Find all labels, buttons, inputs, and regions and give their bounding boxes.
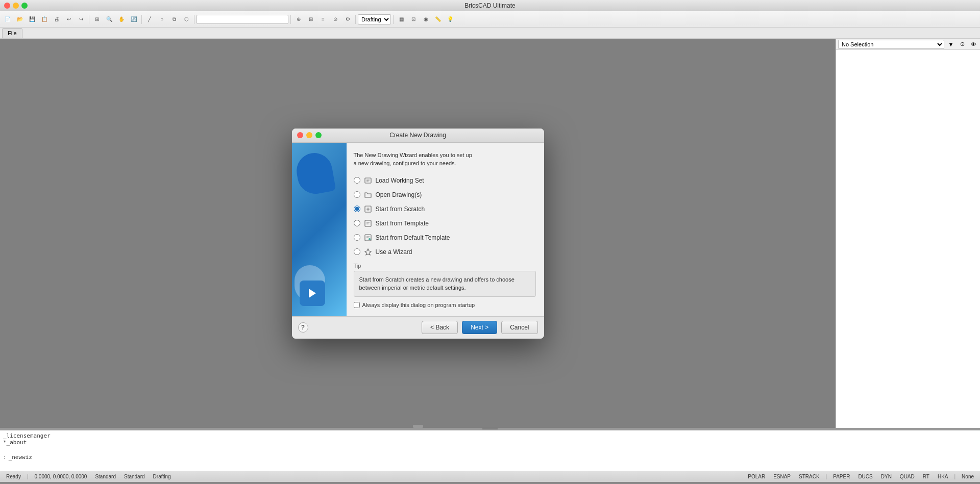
open-button[interactable]: 📂 xyxy=(14,14,26,25)
open-drawings-icon xyxy=(363,190,373,199)
radio-start-template[interactable] xyxy=(354,220,360,226)
dialog-min-button[interactable] xyxy=(306,132,312,138)
separator-2 xyxy=(141,15,142,24)
line-tool[interactable]: ╱ xyxy=(144,14,155,25)
minimize-button[interactable] xyxy=(13,3,19,9)
option-use-wizard[interactable]: Use a Wizard xyxy=(354,247,536,257)
option-start-template[interactable]: Start from Template xyxy=(354,219,536,228)
filter-button[interactable]: ▼ xyxy=(946,40,955,49)
dialog-close-button[interactable] xyxy=(297,132,303,138)
saveas-button[interactable]: 📋 xyxy=(39,14,50,25)
splitter-handle[interactable] xyxy=(413,425,423,428)
drafting-status: Drafting xyxy=(151,474,173,479)
dyn-toggle[interactable]: DYN xyxy=(879,474,894,479)
right-panel: No Selection ▼ ⊙ 👁 xyxy=(836,39,980,428)
paper-toggle[interactable]: PAPER xyxy=(831,474,852,479)
option-start-default-template[interactable]: Start from Default Template xyxy=(354,233,536,242)
option-use-wizard-label: Use a Wizard xyxy=(376,248,412,256)
ready-status: Ready xyxy=(4,474,23,479)
use-wizard-icon xyxy=(363,247,373,257)
svg-rect-6 xyxy=(365,220,371,226)
start-template-icon xyxy=(363,219,373,228)
rt-toggle[interactable]: RT xyxy=(921,474,932,479)
back-button[interactable]: < Back xyxy=(422,321,458,334)
svg-rect-0 xyxy=(365,178,371,183)
layer-btn[interactable]: ≡ xyxy=(317,14,329,25)
start-default-template-icon xyxy=(363,233,373,242)
dialog-footer-buttons: < Back Next > Cancel xyxy=(422,321,537,334)
hka-toggle[interactable]: HKA xyxy=(936,474,950,479)
eye-button[interactable]: 👁 xyxy=(969,40,978,49)
create-new-drawing-dialog: Create New Drawing xyxy=(292,129,544,339)
zoom-extents[interactable]: ⊞ xyxy=(91,14,103,25)
canvas-area[interactable]: Create New Drawing xyxy=(0,39,836,428)
separator-5 xyxy=(355,15,356,24)
right-panel-header: No Selection ▼ ⊙ 👁 xyxy=(836,39,980,50)
dialog-overlay: Create New Drawing xyxy=(0,39,836,428)
command-area: _licensemanger *_about : _newwiz xyxy=(0,430,980,471)
layout-btn[interactable]: ▦ xyxy=(396,14,407,25)
light-btn[interactable]: 💡 xyxy=(445,14,456,25)
copy-tool[interactable]: ⧉ xyxy=(168,14,180,25)
standard-1: Standard xyxy=(93,474,118,479)
option-start-scratch[interactable]: Start from Scratch xyxy=(354,205,536,214)
zoom-window[interactable]: 🔍 xyxy=(104,14,115,25)
separator-3 xyxy=(194,15,194,24)
separator-4 xyxy=(290,15,291,24)
always-display-checkbox[interactable] xyxy=(354,302,360,308)
radio-use-wizard[interactable] xyxy=(354,248,360,255)
tab-bar: File xyxy=(0,28,980,39)
render-btn[interactable]: ◉ xyxy=(420,14,431,25)
load-working-set-icon xyxy=(363,176,373,185)
ducs-toggle[interactable]: DUCS xyxy=(856,474,874,479)
mirror-tool[interactable]: ⬡ xyxy=(181,14,192,25)
next-button[interactable]: Next > xyxy=(462,321,497,334)
print-button[interactable]: 🖨 xyxy=(51,14,62,25)
measure-btn[interactable]: 📏 xyxy=(432,14,444,25)
close-button[interactable] xyxy=(4,3,10,9)
app-title: BricsCAD Ultimate xyxy=(464,2,515,9)
help-button[interactable]: ? xyxy=(298,322,308,333)
undo-button[interactable]: ↩ xyxy=(63,14,75,25)
polar-toggle[interactable]: POLAR xyxy=(746,474,767,479)
radio-open-drawings[interactable] xyxy=(354,191,360,198)
svg-marker-11 xyxy=(365,249,371,255)
command-search[interactable] xyxy=(197,15,288,24)
grid-toggle[interactable]: ⊞ xyxy=(305,14,316,25)
save-button[interactable]: 💾 xyxy=(27,14,38,25)
cancel-button[interactable]: Cancel xyxy=(501,321,537,334)
radio-start-default-template[interactable] xyxy=(354,234,360,241)
tip-section: Tip Start from Scratch creates a new dra… xyxy=(354,263,536,297)
strack-toggle[interactable]: STRACK xyxy=(797,474,822,479)
start-scratch-icon xyxy=(363,205,373,214)
tip-label: Tip xyxy=(354,263,536,269)
quad-toggle[interactable]: QUAD xyxy=(898,474,917,479)
properties-btn[interactable]: ⊙ xyxy=(330,14,341,25)
logo-shape-big xyxy=(293,150,336,196)
redo-button[interactable]: ↪ xyxy=(76,14,87,25)
command-input-row: : _newwiz xyxy=(3,454,977,461)
selection-dropdown[interactable]: No Selection xyxy=(838,40,944,49)
dialog-title: Create New Drawing xyxy=(389,132,446,139)
option-load-working-set[interactable]: Load Working Set xyxy=(354,176,536,185)
pan[interactable]: ✋ xyxy=(116,14,127,25)
snap-toggle[interactable]: ⊕ xyxy=(293,14,304,25)
properties-filter-button[interactable]: ⊙ xyxy=(958,40,967,49)
option-open-drawings[interactable]: Open Drawing(s) xyxy=(354,190,536,199)
new-button[interactable]: 📄 xyxy=(2,14,13,25)
radio-load-working-set[interactable] xyxy=(354,177,360,184)
separator-1 xyxy=(89,15,89,24)
rotate3d[interactable]: 🔄 xyxy=(128,14,139,25)
workspace-select[interactable]: Drafting xyxy=(358,14,391,24)
radio-start-scratch[interactable] xyxy=(354,206,360,212)
standard-2: Standard xyxy=(122,474,147,479)
esnap-toggle[interactable]: ESNAP xyxy=(771,474,793,479)
settings-btn[interactable]: ⚙ xyxy=(342,14,353,25)
maximize-button[interactable] xyxy=(21,3,28,9)
always-display-row[interactable]: Always display this dialog on program st… xyxy=(354,302,536,308)
view-btn[interactable]: ⊡ xyxy=(408,14,419,25)
dialog-max-button[interactable] xyxy=(315,132,322,138)
command-line-4: _newwiz xyxy=(9,454,32,461)
circle-tool[interactable]: ○ xyxy=(156,14,167,25)
file-tab[interactable]: File xyxy=(2,28,22,38)
